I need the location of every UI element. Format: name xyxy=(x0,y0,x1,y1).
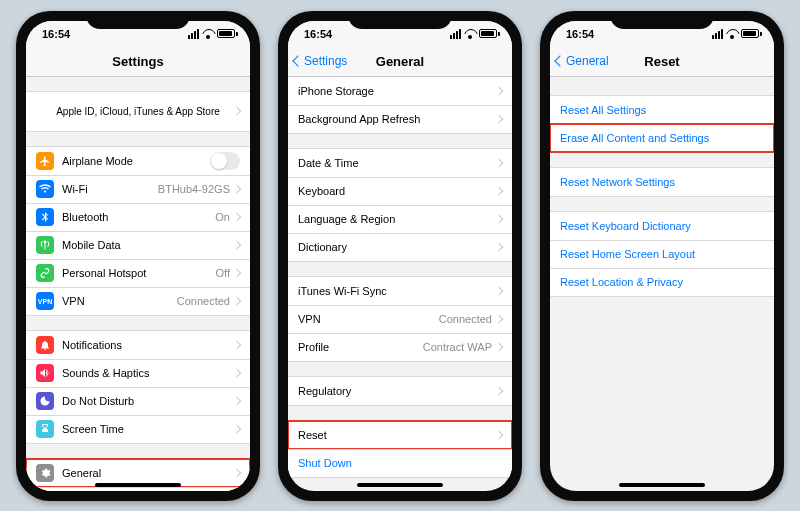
home-indicator[interactable] xyxy=(357,483,443,487)
airplane-icon xyxy=(36,152,54,170)
wifi-icon xyxy=(202,29,214,39)
chevron-left-icon xyxy=(292,55,303,66)
home-indicator[interactable] xyxy=(95,483,181,487)
notch xyxy=(86,11,190,29)
row-label: VPN xyxy=(62,295,85,307)
chevron-right-icon xyxy=(233,269,241,277)
chevron-right-icon xyxy=(495,343,503,351)
page-title: General xyxy=(376,54,424,69)
chevron-right-icon xyxy=(495,286,503,294)
row-personal-hotspot[interactable]: Personal Hotspot Off xyxy=(26,259,250,287)
row-label: Regulatory xyxy=(298,385,351,397)
chevron-right-icon xyxy=(233,107,241,115)
row-keyboard[interactable]: Keyboard xyxy=(288,177,512,205)
group-reset-misc: Reset Keyboard Dictionary Reset Home Scr… xyxy=(550,211,774,297)
row-erase-all-content[interactable]: Erase All Content and Settings xyxy=(550,124,774,152)
content[interactable]: Apple ID, iCloud, iTunes & App Store Air… xyxy=(26,77,250,491)
antenna-icon xyxy=(36,236,54,254)
row-label: Language & Region xyxy=(298,213,395,225)
row-reset-keyboard-dictionary[interactable]: Reset Keyboard Dictionary xyxy=(550,212,774,240)
row-label: Personal Hotspot xyxy=(62,267,146,279)
row-label: Reset Location & Privacy xyxy=(560,276,683,288)
toggle[interactable] xyxy=(210,152,240,170)
row-label: Keyboard xyxy=(298,185,345,197)
row-iphone-storage[interactable]: iPhone Storage xyxy=(288,77,512,105)
row-control-centre[interactable]: Control Centre xyxy=(26,487,250,491)
status-time: 16:54 xyxy=(42,28,70,40)
row-label: Bluetooth xyxy=(62,211,108,223)
row-date-time[interactable]: Date & Time xyxy=(288,149,512,177)
row-label: Erase All Content and Settings xyxy=(560,132,709,144)
sign-in-label: Apple ID, iCloud, iTunes & App Store xyxy=(56,106,220,117)
row-dictionary[interactable]: Dictionary xyxy=(288,233,512,261)
row-label: Reset Keyboard Dictionary xyxy=(560,220,691,232)
bluetooth-icon xyxy=(36,208,54,226)
notch xyxy=(348,11,452,29)
row-detail: On xyxy=(215,211,230,223)
row-sounds-haptics[interactable]: Sounds & Haptics xyxy=(26,359,250,387)
row-mobile-data[interactable]: Mobile Data xyxy=(26,231,250,259)
row-wifi[interactable]: Wi-Fi BTHub4-92GS xyxy=(26,175,250,203)
chevron-right-icon xyxy=(233,369,241,377)
row-label: Do Not Disturb xyxy=(62,395,134,407)
content[interactable]: Reset All Settings Erase All Content and… xyxy=(550,77,774,491)
row-detail: Contract WAP xyxy=(423,341,492,353)
chevron-right-icon xyxy=(233,297,241,305)
row-do-not-disturb[interactable]: Do Not Disturb xyxy=(26,387,250,415)
row-notifications[interactable]: Notifications xyxy=(26,331,250,359)
bell-icon xyxy=(36,336,54,354)
phone-frame: 16:54 Settings General iPhone Storage Ba… xyxy=(278,11,522,501)
sign-in-row[interactable]: Apple ID, iCloud, iTunes & App Store xyxy=(26,91,250,132)
chevron-right-icon xyxy=(233,185,241,193)
row-reset-location-privacy[interactable]: Reset Location & Privacy xyxy=(550,268,774,296)
row-airplane-mode[interactable]: Airplane Mode xyxy=(26,147,250,175)
row-label: Sounds & Haptics xyxy=(62,367,149,379)
page-title: Reset xyxy=(644,54,679,69)
row-itunes-wifi-sync[interactable]: iTunes Wi-Fi Sync xyxy=(288,277,512,305)
chevron-right-icon xyxy=(233,468,241,476)
row-reset-home-screen-layout[interactable]: Reset Home Screen Layout xyxy=(550,240,774,268)
back-label: General xyxy=(566,54,609,68)
nav-bar: General Reset xyxy=(550,47,774,77)
row-vpn[interactable]: VPN Connected xyxy=(288,305,512,333)
screen: 16:54 Settings General iPhone Storage Ba… xyxy=(288,21,512,491)
battery-icon xyxy=(741,29,762,38)
chevron-right-icon xyxy=(233,397,241,405)
chevron-right-icon xyxy=(233,340,241,348)
screen: 16:54 Settings Apple ID, iCloud, iTunes … xyxy=(26,21,250,491)
row-regulatory[interactable]: Regulatory xyxy=(288,377,512,405)
signal-icon xyxy=(712,29,723,39)
status-time: 16:54 xyxy=(566,28,594,40)
row-label: Wi-Fi xyxy=(62,183,88,195)
row-language-region[interactable]: Language & Region xyxy=(288,205,512,233)
chevron-right-icon xyxy=(233,213,241,221)
row-vpn[interactable]: VPN VPN Connected xyxy=(26,287,250,315)
chevron-right-icon xyxy=(495,158,503,166)
nav-bar: Settings xyxy=(26,47,250,77)
chevron-right-icon xyxy=(495,315,503,323)
group-connectivity: Airplane Mode Wi-Fi BTHub4-92GS Bluetoot… xyxy=(26,146,250,316)
chevron-right-icon xyxy=(495,243,503,251)
row-label: Reset Home Screen Layout xyxy=(560,248,695,260)
back-button[interactable]: General xyxy=(556,47,609,76)
row-screen-time[interactable]: Screen Time xyxy=(26,415,250,443)
row-label: General xyxy=(62,467,101,479)
row-label: Notifications xyxy=(62,339,122,351)
row-background-app-refresh[interactable]: Background App Refresh xyxy=(288,105,512,133)
row-shut-down[interactable]: Shut Down xyxy=(288,449,512,477)
row-reset-network-settings[interactable]: Reset Network Settings xyxy=(550,168,774,196)
back-button[interactable]: Settings xyxy=(294,47,347,76)
page-title: Settings xyxy=(112,54,163,69)
row-label: Reset All Settings xyxy=(560,104,646,116)
row-profile[interactable]: Profile Contract WAP xyxy=(288,333,512,361)
row-bluetooth[interactable]: Bluetooth On xyxy=(26,203,250,231)
home-indicator[interactable] xyxy=(619,483,705,487)
screen: 16:54 General Reset Reset All Settings E… xyxy=(550,21,774,491)
status-right xyxy=(450,29,500,39)
row-reset[interactable]: Reset xyxy=(288,421,512,449)
content[interactable]: iPhone Storage Background App Refresh Da… xyxy=(288,77,512,491)
speaker-icon xyxy=(36,364,54,382)
row-reset-all-settings[interactable]: Reset All Settings xyxy=(550,96,774,124)
chevron-left-icon xyxy=(554,55,565,66)
group-locale: Date & Time Keyboard Language & Region D… xyxy=(288,148,512,262)
